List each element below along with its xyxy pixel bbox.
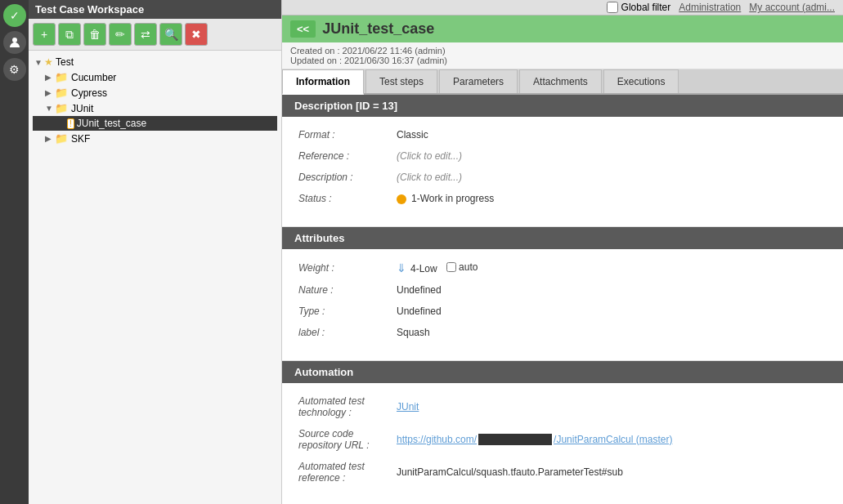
top-bar: Global filter Administration My account … (282, 0, 843, 16)
tab-executions[interactable]: Executions (603, 69, 679, 93)
status-dot (397, 194, 406, 204)
tree-label-test: Test (56, 56, 74, 68)
left-panel: Test Case Workspace + ⧉ 🗑 ✏ ⇄ 🔍 ✖ ▼ ★ Te… (29, 0, 282, 504)
search-button[interactable]: 🔍 (159, 23, 182, 46)
auto-checkbox-input[interactable] (446, 262, 456, 272)
tree-label-cucumber: Cucumber (71, 72, 116, 83)
folder-icon: 📁 (55, 132, 68, 145)
panel-title: Test Case Workspace (29, 0, 281, 19)
field-row-status: Status : 1-Work in progress (298, 193, 827, 204)
repo-url-suffix[interactable]: /JunitParamCalcul (master) (554, 434, 672, 445)
delete-button[interactable]: 🗑 (83, 23, 106, 46)
label-value: Squash (397, 327, 430, 338)
tree-item-cucumber[interactable]: ▶ 📁 Cucumber (33, 69, 277, 85)
tree-item-test[interactable]: ▼ ★ Test (33, 55, 277, 69)
automation-section: Automation Automated test technology : J… (282, 361, 843, 504)
tree-label-skf: SKF (71, 133, 90, 145)
tab-parameters[interactable]: Parameters (439, 69, 518, 93)
description-section-content: Format : Classic Reference : (Click to e… (282, 117, 843, 226)
tree-label-junit: JUnit (71, 103, 93, 114)
type-value: Undefined (397, 306, 442, 317)
toolbar: + ⧉ 🗑 ✏ ⇄ 🔍 ✖ (29, 19, 281, 51)
field-row-type: Type : Undefined (298, 306, 827, 317)
description-value[interactable]: (Click to edit...) (397, 172, 462, 183)
field-row-description: Description : (Click to edit...) (298, 172, 827, 183)
status-value: 1-Work in progress (397, 193, 494, 204)
expand-icon: ▶ (45, 88, 53, 97)
field-row-label: label : Squash (298, 327, 827, 338)
back-button[interactable]: << (290, 20, 316, 38)
test-ref-label: Automated test reference : (298, 461, 397, 484)
expand-icon: ▶ (45, 73, 53, 82)
description-section: Description [ID = 13] Format : Classic R… (282, 95, 843, 226)
tab-test-steps[interactable]: Test steps (365, 69, 437, 93)
repo-url-value: https://github.com/ /JunitParamCalcul (m… (397, 434, 672, 446)
automation-section-header: Automation (282, 361, 843, 383)
check-icon-btn[interactable]: ✓ (3, 4, 26, 27)
weight-label: Weight : (298, 262, 397, 274)
meta-info: Created on : 2021/06/22 11:46 (admin) Up… (282, 42, 843, 69)
field-row-format: Format : Classic (298, 129, 827, 140)
tabs-bar: Information Test steps Parameters Attach… (282, 69, 843, 95)
folder-icon: 📁 (55, 71, 68, 83)
expand-icon: ▼ (34, 58, 43, 67)
content-header: << JUnit_test_case (282, 16, 843, 42)
settings-icon-btn[interactable]: ⚙ (3, 58, 26, 81)
folder-icon: 📁 (55, 87, 68, 99)
tree-label-junit-test-case: JUnit_test_case (77, 118, 146, 129)
star-icon: ★ (44, 56, 53, 68)
test-ref-value: JunitParamCalcul/squash.tfauto.Parameter… (397, 466, 623, 478)
type-label: Type : (298, 306, 397, 317)
updated-on: Updated on : 2021/06/30 16:37 (admin) (290, 56, 835, 65)
edit-button[interactable]: ✏ (109, 23, 132, 46)
tree-item-junit[interactable]: ▼ 📁 JUnit (33, 100, 277, 116)
tab-attachments[interactable]: Attachments (519, 69, 602, 93)
field-row-test-ref: Automated test reference : JunitParamCal… (298, 461, 827, 484)
label-label: label : (298, 327, 397, 338)
global-filter-label: Global filter (621, 2, 671, 13)
content-body: Description [ID = 13] Format : Classic R… (282, 95, 843, 504)
tree-item-cypress[interactable]: ▶ 📁 Cypress (33, 85, 277, 100)
tech-value[interactable]: JUnit (397, 401, 419, 413)
status-label: Status : (298, 193, 397, 204)
tab-information[interactable]: Information (282, 69, 364, 95)
field-row-reference: Reference : (Click to edit...) (298, 150, 827, 162)
global-filter-checkbox[interactable] (607, 2, 618, 13)
attributes-section-content: Weight : ⇓4-Low auto Nature : Undefined … (282, 249, 843, 360)
description-section-header: Description [ID = 13] (282, 95, 843, 117)
copy-button[interactable]: ⧉ (58, 23, 81, 46)
tree-item-skf[interactable]: ▶ 📁 SKF (33, 131, 277, 146)
expand-icon: ▶ (45, 134, 53, 143)
warning-icon: ! (67, 118, 74, 129)
created-on: Created on : 2021/06/22 11:46 (admin) (290, 46, 835, 56)
attributes-section: Attributes Weight : ⇓4-Low auto Nature :… (282, 227, 843, 360)
repo-url-prefix[interactable]: https://github.com/ (397, 434, 477, 445)
page-title: JUnit_test_case (322, 20, 434, 38)
user-icon-btn[interactable] (3, 31, 26, 54)
reference-value[interactable]: (Click to edit...) (397, 150, 462, 162)
add-button[interactable]: + (33, 23, 56, 46)
format-value: Classic (397, 129, 428, 140)
reference-label: Reference : (298, 150, 397, 162)
tree-item-junit-test-case[interactable]: ! JUnit_test_case (33, 116, 277, 131)
attributes-section-header: Attributes (282, 227, 843, 249)
administration-link[interactable]: Administration (679, 2, 741, 13)
tech-label: Automated test technology : (298, 395, 397, 418)
field-row-tech: Automated test technology : JUnit (298, 395, 827, 418)
svg-point-0 (12, 38, 17, 42)
main-area: Global filter Administration My account … (282, 0, 843, 504)
masked-url (478, 434, 552, 445)
move-button[interactable]: ⇄ (134, 23, 157, 46)
global-filter: Global filter (607, 2, 671, 13)
sidebar-icons: ✓ ⚙ (0, 0, 29, 504)
field-row-nature: Nature : Undefined (298, 284, 827, 296)
repo-url-label: Source code repository URL : (298, 428, 397, 451)
weight-icon: ⇓ (397, 261, 406, 274)
my-account-link[interactable]: My account (admi... (749, 2, 835, 13)
remove-button[interactable]: ✖ (185, 23, 208, 46)
tree-container: ▼ ★ Test ▶ 📁 Cucumber ▶ 📁 Cypress ▼ 📁 JU… (29, 51, 281, 504)
nature-label: Nature : (298, 284, 397, 296)
description-label: Description : (298, 172, 397, 183)
folder-icon: 📁 (55, 102, 68, 114)
expand-icon: ▼ (45, 104, 53, 113)
